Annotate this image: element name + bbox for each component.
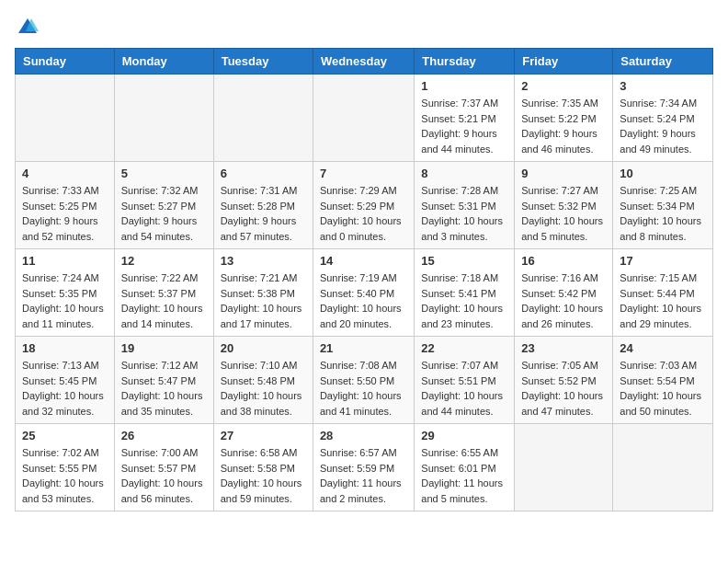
day-info: Sunrise: 7:28 AMSunset: 5:31 PMDaylight:… — [421, 183, 507, 244]
week-row-1: 1Sunrise: 7:37 AMSunset: 5:21 PMDaylight… — [16, 75, 713, 162]
calendar-cell: 23Sunrise: 7:05 AMSunset: 5:52 PMDayligh… — [515, 337, 613, 424]
day-info: Sunrise: 7:29 AMSunset: 5:29 PMDaylight:… — [320, 183, 407, 244]
calendar-cell — [213, 75, 313, 162]
logo-icon — [17, 15, 39, 37]
day-info: Sunrise: 7:02 AMSunset: 5:55 PMDaylight:… — [22, 445, 108, 506]
day-info: Sunrise: 7:08 AMSunset: 5:50 PMDaylight:… — [320, 358, 407, 419]
calendar-cell: 11Sunrise: 7:24 AMSunset: 5:35 PMDayligh… — [16, 249, 115, 337]
day-number: 24 — [620, 341, 706, 355]
day-info: Sunrise: 7:37 AMSunset: 5:21 PMDaylight:… — [421, 96, 507, 156]
day-info: Sunrise: 7:19 AMSunset: 5:40 PMDaylight:… — [320, 270, 407, 331]
day-info: Sunrise: 7:05 AMSunset: 5:52 PMDaylight:… — [521, 358, 606, 419]
week-row-4: 18Sunrise: 7:13 AMSunset: 5:45 PMDayligh… — [16, 337, 713, 424]
day-number: 16 — [521, 254, 606, 268]
weekday-header-thursday: Thursday — [415, 49, 515, 75]
calendar-cell: 2Sunrise: 7:35 AMSunset: 5:22 PMDaylight… — [515, 75, 613, 162]
calendar-cell: 13Sunrise: 7:21 AMSunset: 5:38 PMDayligh… — [213, 249, 313, 337]
day-number: 21 — [320, 341, 407, 355]
weekday-header-saturday: Saturday — [613, 49, 713, 75]
day-info: Sunrise: 7:16 AMSunset: 5:42 PMDaylight:… — [521, 270, 606, 331]
calendar-cell: 16Sunrise: 7:16 AMSunset: 5:42 PMDayligh… — [515, 249, 613, 337]
calendar-cell — [16, 75, 115, 162]
calendar-table: SundayMondayTuesdayWednesdayThursdayFrid… — [15, 48, 713, 511]
calendar-cell: 18Sunrise: 7:13 AMSunset: 5:45 PMDayligh… — [16, 337, 115, 424]
calendar-cell: 6Sunrise: 7:31 AMSunset: 5:28 PMDaylight… — [213, 162, 313, 249]
calendar-cell: 7Sunrise: 7:29 AMSunset: 5:29 PMDaylight… — [313, 162, 414, 249]
weekday-header-friday: Friday — [515, 49, 613, 75]
day-number: 3 — [620, 79, 706, 93]
weekday-header-row: SundayMondayTuesdayWednesdayThursdayFrid… — [16, 49, 713, 75]
calendar-cell: 8Sunrise: 7:28 AMSunset: 5:31 PMDaylight… — [415, 162, 515, 249]
day-number: 28 — [320, 429, 407, 442]
day-number: 1 — [421, 79, 507, 93]
calendar-cell: 12Sunrise: 7:22 AMSunset: 5:37 PMDayligh… — [114, 249, 213, 337]
day-number: 17 — [620, 254, 706, 268]
day-number: 18 — [22, 341, 108, 355]
calendar-cell: 4Sunrise: 7:33 AMSunset: 5:25 PMDaylight… — [16, 162, 115, 249]
calendar-cell — [114, 75, 213, 162]
day-info: Sunrise: 7:21 AMSunset: 5:38 PMDaylight:… — [221, 270, 306, 331]
logo — [15, 15, 39, 37]
day-number: 11 — [22, 254, 108, 268]
day-info: Sunrise: 7:07 AMSunset: 5:51 PMDaylight:… — [421, 358, 507, 419]
weekday-header-sunday: Sunday — [16, 49, 115, 75]
day-number: 9 — [521, 167, 606, 180]
calendar-cell: 17Sunrise: 7:15 AMSunset: 5:44 PMDayligh… — [613, 249, 713, 337]
calendar-cell: 3Sunrise: 7:34 AMSunset: 5:24 PMDaylight… — [613, 75, 713, 162]
calendar-cell: 20Sunrise: 7:10 AMSunset: 5:48 PMDayligh… — [213, 337, 313, 424]
day-number: 27 — [221, 429, 306, 442]
day-number: 14 — [320, 254, 407, 268]
calendar-cell: 27Sunrise: 6:58 AMSunset: 5:58 PMDayligh… — [213, 424, 313, 511]
day-number: 20 — [221, 341, 306, 355]
day-info: Sunrise: 7:10 AMSunset: 5:48 PMDaylight:… — [221, 358, 306, 419]
calendar-cell: 1Sunrise: 7:37 AMSunset: 5:21 PMDaylight… — [415, 75, 515, 162]
day-info: Sunrise: 6:55 AMSunset: 6:01 PMDaylight:… — [421, 445, 507, 506]
calendar-cell: 24Sunrise: 7:03 AMSunset: 5:54 PMDayligh… — [613, 337, 713, 424]
day-number: 29 — [421, 429, 507, 442]
day-number: 4 — [22, 167, 108, 180]
calendar-cell: 14Sunrise: 7:19 AMSunset: 5:40 PMDayligh… — [313, 249, 414, 337]
day-info: Sunrise: 6:58 AMSunset: 5:58 PMDaylight:… — [221, 445, 306, 506]
week-row-3: 11Sunrise: 7:24 AMSunset: 5:35 PMDayligh… — [16, 249, 713, 337]
day-info: Sunrise: 7:34 AMSunset: 5:24 PMDaylight:… — [620, 96, 706, 156]
day-number: 23 — [521, 341, 606, 355]
day-number: 10 — [620, 167, 706, 180]
day-number: 6 — [221, 167, 306, 180]
day-number: 12 — [121, 254, 207, 268]
day-number: 7 — [320, 167, 407, 180]
page-header — [15, 15, 713, 37]
day-number: 25 — [22, 429, 108, 442]
day-info: Sunrise: 7:32 AMSunset: 5:27 PMDaylight:… — [121, 183, 207, 244]
calendar-cell — [515, 424, 613, 511]
calendar-cell: 25Sunrise: 7:02 AMSunset: 5:55 PMDayligh… — [16, 424, 115, 511]
calendar-cell: 5Sunrise: 7:32 AMSunset: 5:27 PMDaylight… — [114, 162, 213, 249]
week-row-5: 25Sunrise: 7:02 AMSunset: 5:55 PMDayligh… — [16, 424, 713, 511]
day-number: 19 — [121, 341, 207, 355]
calendar-cell: 21Sunrise: 7:08 AMSunset: 5:50 PMDayligh… — [313, 337, 414, 424]
day-number: 8 — [421, 167, 507, 180]
calendar-cell: 22Sunrise: 7:07 AMSunset: 5:51 PMDayligh… — [415, 337, 515, 424]
day-number: 2 — [521, 79, 606, 93]
day-info: Sunrise: 7:25 AMSunset: 5:34 PMDaylight:… — [620, 183, 706, 244]
calendar-cell: 26Sunrise: 7:00 AMSunset: 5:57 PMDayligh… — [114, 424, 213, 511]
day-number: 22 — [421, 341, 507, 355]
day-info: Sunrise: 7:12 AMSunset: 5:47 PMDaylight:… — [121, 358, 207, 419]
day-number: 15 — [421, 254, 507, 268]
day-info: Sunrise: 7:31 AMSunset: 5:28 PMDaylight:… — [221, 183, 306, 244]
day-info: Sunrise: 7:15 AMSunset: 5:44 PMDaylight:… — [620, 270, 706, 331]
day-info: Sunrise: 7:27 AMSunset: 5:32 PMDaylight:… — [521, 183, 606, 244]
day-number: 5 — [121, 167, 207, 180]
day-info: Sunrise: 7:33 AMSunset: 5:25 PMDaylight:… — [22, 183, 108, 244]
calendar-cell: 29Sunrise: 6:55 AMSunset: 6:01 PMDayligh… — [415, 424, 515, 511]
calendar-cell — [313, 75, 414, 162]
weekday-header-monday: Monday — [114, 49, 213, 75]
calendar-cell — [613, 424, 713, 511]
day-info: Sunrise: 7:24 AMSunset: 5:35 PMDaylight:… — [22, 270, 108, 331]
weekday-header-wednesday: Wednesday — [313, 49, 414, 75]
day-info: Sunrise: 7:35 AMSunset: 5:22 PMDaylight:… — [521, 96, 606, 156]
day-info: Sunrise: 7:03 AMSunset: 5:54 PMDaylight:… — [620, 358, 706, 419]
calendar-cell: 10Sunrise: 7:25 AMSunset: 5:34 PMDayligh… — [613, 162, 713, 249]
calendar-cell: 28Sunrise: 6:57 AMSunset: 5:59 PMDayligh… — [313, 424, 414, 511]
calendar-cell: 15Sunrise: 7:18 AMSunset: 5:41 PMDayligh… — [415, 249, 515, 337]
day-number: 13 — [221, 254, 306, 268]
